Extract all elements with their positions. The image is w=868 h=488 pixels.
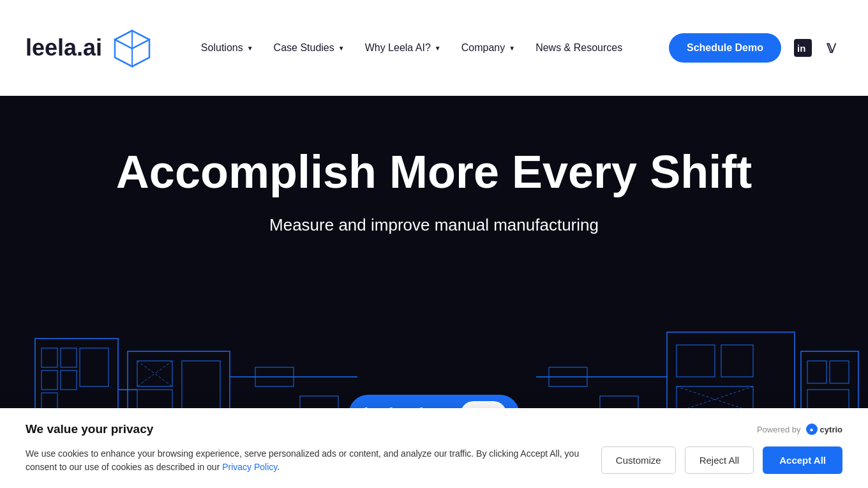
cookie-top-row: We value your privacy Powered by ● cytri… [26, 422, 842, 436]
cookie-buttons: Customize Reject All Accept All [601, 446, 842, 474]
hero-subtitle: Measure and improve manual manufacturing [269, 215, 599, 235]
reject-all-button[interactable]: Reject All [685, 446, 754, 474]
nav-solutions[interactable]: Solutions ▼ [201, 42, 253, 54]
case-studies-chevron-icon: ▼ [338, 45, 345, 52]
header-right: Schedule Demo in 𝕍 [669, 33, 842, 63]
hero-title: Accomplish More Every Shift [116, 147, 752, 197]
why-leela-chevron-icon: ▼ [435, 45, 441, 52]
svg-marker-3 [115, 40, 132, 66]
cytrio-brand-name: cytrio [820, 425, 842, 434]
nav-case-studies[interactable]: Case Studies ▼ [274, 42, 345, 54]
cookie-title: We value your privacy [26, 422, 153, 436]
logo-text: leela.ai [26, 34, 102, 61]
nav-why-leela[interactable]: Why Leela AI? ▼ [365, 42, 441, 54]
svg-marker-1 [115, 31, 132, 49]
nav-company[interactable]: Company ▼ [461, 42, 515, 54]
cytrio-circle-icon: ● [806, 423, 818, 435]
nav-news[interactable]: News & Resources [535, 42, 622, 54]
svg-text:in: in [797, 43, 805, 54]
main-nav: Solutions ▼ Case Studies ▼ Why Leela AI?… [154, 42, 669, 54]
cytrio-logo: ● cytrio [806, 423, 842, 435]
customize-button[interactable]: Customize [601, 446, 676, 474]
logo-cube-icon [110, 26, 154, 70]
linkedin-icon[interactable]: in [794, 39, 812, 57]
logo-area[interactable]: leela.ai [26, 26, 154, 70]
solutions-chevron-icon: ▼ [247, 45, 253, 52]
powered-by-text: Powered by [757, 425, 801, 434]
svg-marker-2 [132, 31, 149, 49]
svg-text:𝕍: 𝕍 [826, 42, 837, 56]
cookie-body-row: We use cookies to enhance your browsing … [26, 446, 842, 474]
cookie-banner: We value your privacy Powered by ● cytri… [0, 408, 868, 488]
privacy-policy-link[interactable]: Privacy Policy [222, 462, 277, 472]
site-header: leela.ai Solutions ▼ Case Studies ▼ Why … [0, 0, 868, 96]
svg-marker-4 [132, 40, 149, 66]
company-chevron-icon: ▼ [509, 45, 515, 52]
powered-by-area: Powered by ● cytrio [757, 423, 842, 435]
cookie-body-text: We use cookies to enhance your browsing … [26, 447, 588, 474]
vimeo-icon[interactable]: 𝕍 [825, 39, 842, 57]
schedule-demo-button[interactable]: Schedule Demo [669, 33, 781, 63]
accept-all-button[interactable]: Accept All [763, 446, 842, 474]
